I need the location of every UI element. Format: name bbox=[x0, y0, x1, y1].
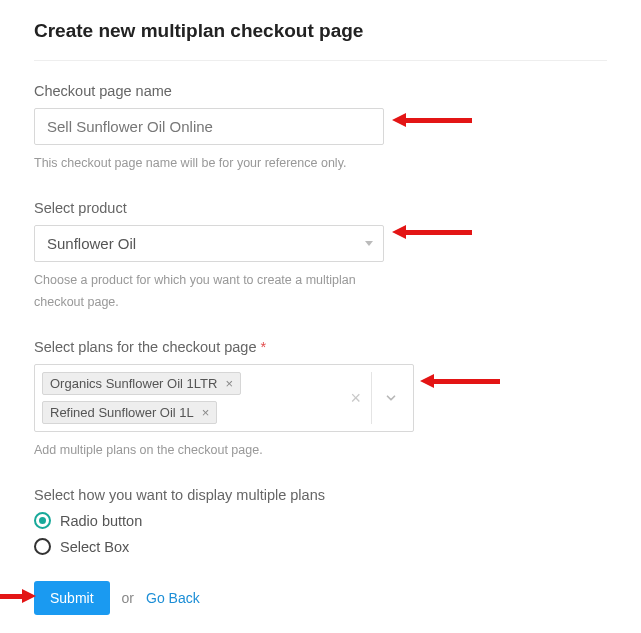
plan-chip-label: Refined Sunflower Oil 1L bbox=[50, 405, 194, 420]
radio-icon bbox=[34, 512, 51, 529]
radio-option-select-box[interactable]: Select Box bbox=[34, 538, 607, 555]
form-actions: Submit or Go Back bbox=[34, 581, 607, 615]
chevron-down-icon bbox=[384, 391, 398, 405]
radio-option-radio-button[interactable]: Radio button bbox=[34, 512, 607, 529]
or-text: or bbox=[122, 590, 134, 606]
expand-dropdown-button[interactable] bbox=[372, 391, 406, 405]
clear-all-icon[interactable]: × bbox=[340, 389, 371, 407]
checkout-name-label: Checkout page name bbox=[34, 83, 607, 99]
submit-button[interactable]: Submit bbox=[34, 581, 110, 615]
go-back-link[interactable]: Go Back bbox=[146, 590, 200, 606]
product-select-value: Sunflower Oil bbox=[47, 235, 136, 252]
plan-chip: Refined Sunflower Oil 1L × bbox=[42, 401, 217, 424]
radio-option-label: Select Box bbox=[60, 539, 129, 555]
multiselect-controls: × bbox=[340, 372, 406, 424]
divider bbox=[34, 60, 607, 61]
plans-multiselect[interactable]: Organics Sunflower Oil 1LTR × Refined Su… bbox=[34, 364, 414, 432]
product-helper: Choose a product for which you want to c… bbox=[34, 270, 394, 313]
plan-chip: Organics Sunflower Oil 1LTR × bbox=[42, 372, 241, 395]
product-label: Select product bbox=[34, 200, 607, 216]
display-label: Select how you want to display multiple … bbox=[34, 487, 607, 503]
plans-label: Select plans for the checkout page * bbox=[34, 339, 607, 355]
plans-chips-zone: Organics Sunflower Oil 1LTR × Refined Su… bbox=[42, 372, 336, 424]
plans-group: Select plans for the checkout page * Org… bbox=[34, 339, 607, 461]
required-asterisk: * bbox=[261, 339, 267, 355]
checkout-name-group: Checkout page name This checkout page na… bbox=[34, 83, 607, 174]
annotation-arrow-icon bbox=[0, 589, 36, 603]
plans-label-text: Select plans for the checkout page bbox=[34, 339, 256, 355]
display-group: Select how you want to display multiple … bbox=[34, 487, 607, 555]
product-select[interactable]: Sunflower Oil bbox=[34, 225, 384, 262]
plans-helper: Add multiple plans on the checkout page. bbox=[34, 440, 394, 461]
product-group: Select product Sunflower Oil Choose a pr… bbox=[34, 200, 607, 313]
plan-chip-label: Organics Sunflower Oil 1LTR bbox=[50, 376, 217, 391]
radio-icon bbox=[34, 538, 51, 555]
remove-chip-icon[interactable]: × bbox=[225, 377, 233, 390]
radio-option-label: Radio button bbox=[60, 513, 142, 529]
remove-chip-icon[interactable]: × bbox=[202, 406, 210, 419]
chevron-down-icon bbox=[365, 241, 373, 246]
page-title: Create new multiplan checkout page bbox=[34, 20, 607, 42]
checkout-name-helper: This checkout page name will be for your… bbox=[34, 153, 394, 174]
checkout-name-input[interactable] bbox=[34, 108, 384, 145]
